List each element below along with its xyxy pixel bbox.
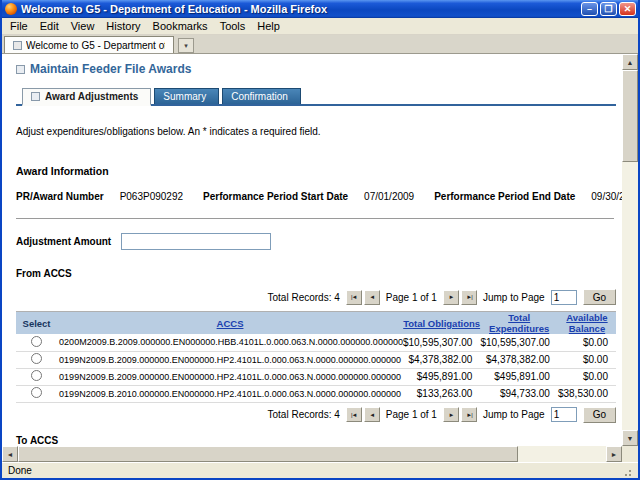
jump-to-page-label: Jump to Page bbox=[483, 409, 545, 420]
accs-value: 0199N2009.B.2009.000000.EN000000.HP2.410… bbox=[57, 351, 403, 368]
performance-end-label: Performance Period End Date bbox=[434, 191, 575, 202]
row-radio[interactable] bbox=[31, 336, 42, 347]
pr-award-number-value: P063P090292 bbox=[120, 191, 183, 202]
menu-help[interactable]: Help bbox=[251, 19, 286, 33]
table-row: 0199N2009.B.2010.000000.EN000000.HP2.410… bbox=[16, 385, 616, 402]
next-page-button[interactable]: ► bbox=[443, 407, 459, 422]
last-page-button[interactable]: ►| bbox=[461, 407, 477, 422]
menu-history[interactable]: History bbox=[100, 19, 146, 33]
obligations-value: $495,891.00 bbox=[403, 368, 481, 385]
expenditures-value: $495,891.00 bbox=[480, 368, 558, 385]
performance-start-label: Performance Period Start Date bbox=[203, 191, 348, 202]
jump-to-page-input[interactable] bbox=[551, 407, 577, 422]
tab-confirmation-label: Confirmation bbox=[231, 91, 288, 102]
pagination-bottom: Total Records: 4 |◄ ◄ Page 1 of 1 ► ►| J… bbox=[16, 407, 616, 423]
first-page-button[interactable]: |◄ bbox=[346, 290, 362, 305]
tab-summary-label: Summary bbox=[163, 91, 206, 102]
window-title: Welcome to G5 - Department of Education … bbox=[21, 3, 579, 15]
table-row: 0200M2009.B.2009.000000.EN000000.HBB.410… bbox=[16, 334, 616, 351]
menu-bar: File Edit View History Bookmarks Tools H… bbox=[2, 18, 638, 35]
row-radio[interactable] bbox=[31, 370, 42, 381]
close-button[interactable]: ✕ bbox=[619, 2, 636, 16]
balance-value: $38,530.00 bbox=[558, 385, 616, 402]
prev-page-button[interactable]: ◄ bbox=[364, 407, 380, 422]
tab-award-adjustments-label: Award Adjustments bbox=[45, 91, 138, 102]
browser-tab[interactable]: Welcome to G5 - Department of Edu... bbox=[4, 36, 174, 53]
adjustment-amount-label: Adjustment Amount bbox=[16, 236, 111, 247]
pagination-top: Total Records: 4 |◄ ◄ Page 1 of 1 ► ►| J… bbox=[16, 289, 616, 305]
page-viewport: Maintain Feeder File Awards Award Adjust… bbox=[2, 54, 622, 446]
instructions-text: Adjust expenditures/obligations below. A… bbox=[16, 126, 616, 137]
accs-value: 0199N2009.B.2009.000000.EN000000.HP2.410… bbox=[57, 368, 403, 385]
page-indicator: Page 1 of 1 bbox=[386, 292, 437, 303]
app-tab-bar: Award Adjustments Summary Confirmation bbox=[16, 88, 616, 106]
award-info-fields: PR/Award Number P063P090292 Performance … bbox=[16, 191, 616, 202]
vertical-scroll-thumb[interactable] bbox=[622, 70, 638, 162]
jump-to-page-input[interactable] bbox=[551, 290, 577, 305]
horizontal-scroll-thumb[interactable] bbox=[18, 446, 518, 462]
performance-end-value: 09/30/2015 bbox=[591, 191, 622, 202]
tab-summary[interactable]: Summary bbox=[154, 88, 219, 104]
from-accs-label: From ACCS bbox=[16, 268, 616, 279]
total-records: Total Records: 4 bbox=[268, 292, 340, 303]
horizontal-scroll-track[interactable] bbox=[18, 446, 606, 462]
first-page-button[interactable]: |◄ bbox=[346, 407, 362, 422]
header-total-expenditures[interactable]: Total Expenditures bbox=[480, 312, 558, 335]
adjustment-amount-input[interactable] bbox=[121, 233, 271, 250]
page-indicator: Page 1 of 1 bbox=[386, 409, 437, 420]
accs-value: 0200M2009.B.2009.000000.EN000000.HBB.410… bbox=[57, 334, 403, 351]
browser-window: Welcome to G5 - Department of Education … bbox=[0, 0, 640, 480]
vertical-scrollbar[interactable]: ▲ ▼ bbox=[622, 54, 638, 446]
balance-value: $0.00 bbox=[558, 368, 616, 385]
vertical-scroll-track[interactable] bbox=[622, 70, 638, 430]
header-available-balance[interactable]: Available Balance bbox=[558, 312, 616, 335]
horizontal-scrollbar[interactable]: ◄ ► bbox=[2, 446, 638, 462]
tab-icon bbox=[31, 92, 40, 101]
last-page-button[interactable]: ►| bbox=[461, 290, 477, 305]
header-accs[interactable]: ACCS bbox=[57, 312, 403, 335]
divider bbox=[16, 218, 614, 219]
scroll-up-icon[interactable]: ▲ bbox=[622, 54, 638, 70]
header-select: Select bbox=[16, 312, 57, 335]
tab-confirmation[interactable]: Confirmation bbox=[222, 88, 301, 104]
title-bar: Welcome to G5 - Department of Education … bbox=[2, 0, 638, 18]
adjustment-amount-row: Adjustment Amount bbox=[16, 233, 616, 250]
to-accs-label: To ACCS bbox=[16, 435, 616, 446]
expenditures-value: $10,595,307.00 bbox=[480, 334, 558, 351]
tab-award-adjustments[interactable]: Award Adjustments bbox=[22, 88, 151, 106]
status-text: Done bbox=[8, 465, 32, 476]
row-radio[interactable] bbox=[31, 387, 42, 398]
go-button[interactable]: Go bbox=[583, 407, 616, 423]
balance-value: $0.00 bbox=[558, 334, 616, 351]
list-tabs-button[interactable]: ▾ bbox=[178, 38, 194, 53]
row-radio[interactable] bbox=[31, 353, 42, 364]
status-bar: Done bbox=[2, 462, 638, 478]
scrollbar-corner bbox=[622, 446, 638, 462]
menu-edit[interactable]: Edit bbox=[34, 19, 65, 33]
menu-file[interactable]: File bbox=[4, 19, 34, 33]
scroll-down-icon[interactable]: ▼ bbox=[622, 430, 638, 446]
table-row: 0199N2009.B.2009.000000.EN000000.HP2.410… bbox=[16, 368, 616, 385]
minimize-button[interactable]: – bbox=[581, 2, 598, 16]
header-total-obligations[interactable]: Total Obligations bbox=[403, 312, 481, 335]
scroll-left-icon[interactable]: ◄ bbox=[2, 446, 18, 462]
section-bullet-icon bbox=[16, 65, 25, 74]
scroll-right-icon[interactable]: ► bbox=[606, 446, 622, 462]
maximize-button[interactable]: ❐ bbox=[600, 2, 617, 16]
go-button[interactable]: Go bbox=[583, 289, 616, 305]
prev-page-button[interactable]: ◄ bbox=[364, 290, 380, 305]
resize-grip[interactable] bbox=[620, 465, 632, 477]
page-favicon bbox=[13, 41, 22, 50]
page-title: Maintain Feeder File Awards bbox=[30, 62, 191, 76]
firefox-icon bbox=[5, 3, 17, 15]
balance-value: $0.00 bbox=[558, 351, 616, 368]
total-records: Total Records: 4 bbox=[268, 409, 340, 420]
menu-view[interactable]: View bbox=[65, 19, 101, 33]
menu-tools[interactable]: Tools bbox=[214, 19, 252, 33]
obligations-value: $10,595,307.00 bbox=[403, 334, 481, 351]
next-page-button[interactable]: ► bbox=[443, 290, 459, 305]
award-information-heading: Award Information bbox=[16, 165, 616, 177]
menu-bookmarks[interactable]: Bookmarks bbox=[147, 19, 214, 33]
browser-tab-title: Welcome to G5 - Department of Edu... bbox=[26, 40, 165, 51]
obligations-value: $4,378,382.00 bbox=[403, 351, 481, 368]
